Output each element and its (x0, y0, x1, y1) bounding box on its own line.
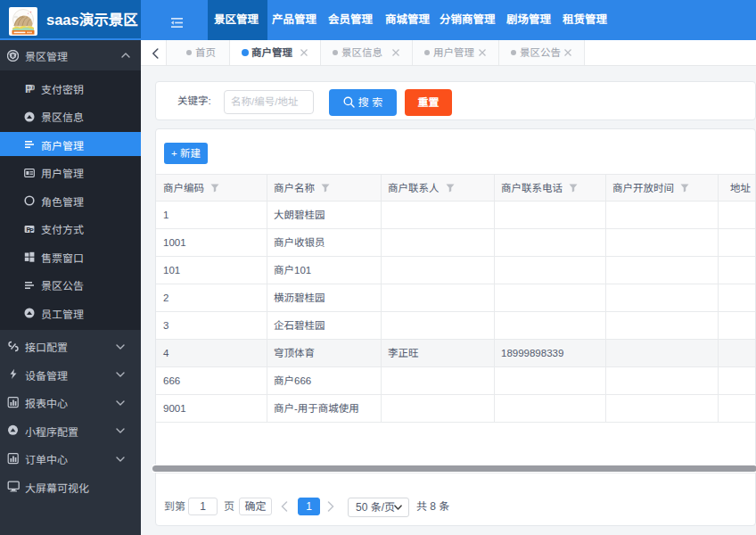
svg-text:P: P (29, 226, 34, 233)
svg-text:P: P (28, 83, 35, 94)
